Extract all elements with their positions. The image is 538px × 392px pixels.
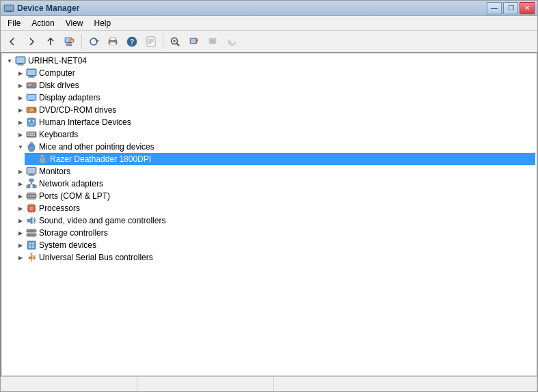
- svg-rect-73: [33, 185, 36, 188]
- svg-rect-1: [5, 5, 13, 10]
- toolbar: ?: [1, 31, 537, 53]
- monitors-icon: [26, 166, 37, 177]
- tree-row-dvd-drives[interactable]: ▶ DVD/CD-ROM drives: [14, 104, 535, 116]
- tree-toggle-network[interactable]: ▶: [15, 178, 26, 189]
- tree-item-razer: ▶: [25, 153, 535, 165]
- svg-rect-16: [147, 37, 155, 46]
- tree-toggle-monitors[interactable]: ▶: [15, 166, 26, 177]
- scan-button[interactable]: [166, 33, 184, 51]
- tree-row-monitors[interactable]: ▶ Monitors: [14, 165, 535, 178]
- svg-rect-68: [27, 168, 36, 173]
- tree-row-processors[interactable]: ▶: [14, 202, 535, 214]
- uninstall-button[interactable]: [204, 33, 222, 51]
- tree-row-usb[interactable]: ▶: [14, 251, 535, 264]
- tree-row-hid[interactable]: ▶ Human Interface Devices: [14, 116, 535, 128]
- tree-row-display-adapters[interactable]: ▶ Display adapters: [14, 92, 535, 104]
- tree-toggle-ports[interactable]: ▶: [15, 191, 26, 201]
- razer-icon: [37, 154, 48, 165]
- tree-row-disk-drives[interactable]: ▶ Disk: [14, 79, 535, 92]
- network-icon: [26, 178, 37, 189]
- svg-rect-41: [28, 84, 32, 85]
- tree-label-razer: Razer Deathadder 1800DPI: [50, 154, 151, 164]
- tree-item-ports: ▶: [14, 190, 535, 202]
- tree-label-display-adapters: Display adapters: [39, 93, 100, 102]
- refresh-button[interactable]: [85, 33, 103, 51]
- tree-label-ports: Ports (COM & LPT): [39, 191, 110, 201]
- tree-item-network: ▶: [14, 178, 535, 190]
- mice-icon: [26, 141, 37, 152]
- up-button[interactable]: [42, 33, 59, 51]
- tree-toggle-system[interactable]: ▶: [15, 240, 26, 251]
- svg-rect-54: [27, 132, 29, 134]
- window-title: Device Manager: [17, 3, 484, 13]
- tree-row-keyboards[interactable]: ▶: [14, 128, 535, 141]
- tree-item-mice: ▼ Mice and other pointing de: [14, 141, 535, 165]
- tree-item-hid: ▶ Human Interface Devices: [14, 116, 535, 128]
- device-tree-panel[interactable]: ▼ URIHRL-NET04: [1, 53, 537, 376]
- svg-rect-56: [31, 132, 33, 134]
- status-pane-1: [1, 377, 137, 391]
- tree-row-storage[interactable]: ▶ Storage controllers: [14, 227, 535, 239]
- menu-help[interactable]: Help: [89, 17, 117, 29]
- svg-point-80: [32, 195, 33, 197]
- tree-row-sound[interactable]: ▶ Sound, video and game controllers: [14, 214, 535, 227]
- print-button[interactable]: [104, 33, 122, 51]
- tree-toggle-disk-drives[interactable]: ▶: [15, 80, 26, 91]
- svg-rect-6: [66, 44, 72, 46]
- tree-item-keyboards: ▶: [14, 128, 535, 141]
- svg-rect-42: [28, 85, 31, 86]
- svg-point-102: [34, 234, 36, 236]
- tree-row-mice[interactable]: ▼ Mice and other pointing de: [14, 141, 535, 153]
- tree-children-mice: ▶: [14, 153, 535, 165]
- tree-item-root: ▼ URIHRL-NET04: [3, 55, 535, 264]
- menu-view[interactable]: View: [60, 17, 89, 29]
- tree-toggle-keyboards[interactable]: ▶: [15, 129, 26, 140]
- svg-rect-59: [29, 135, 33, 136]
- menu-file[interactable]: File: [2, 17, 26, 29]
- restore-button[interactable]: ❐: [503, 2, 518, 14]
- svg-rect-55: [29, 132, 31, 134]
- tree-toggle-mice[interactable]: ▼: [15, 141, 26, 152]
- tree-row-network[interactable]: ▶: [14, 178, 535, 190]
- tree-toggle-dvd-drives[interactable]: ▶: [15, 104, 26, 115]
- tree-toggle-usb[interactable]: ▶: [15, 252, 26, 263]
- show-hidden-button[interactable]: [61, 33, 79, 51]
- tree-toggle-sound[interactable]: ▶: [15, 215, 26, 226]
- svg-rect-37: [28, 77, 35, 78]
- rollback-button[interactable]: [224, 33, 241, 51]
- close-button[interactable]: ✕: [520, 2, 535, 14]
- tree-row-root[interactable]: ▼ URIHRL-NET04: [3, 55, 535, 67]
- menu-action[interactable]: Action: [26, 17, 59, 29]
- tree-toggle-hid[interactable]: ▶: [15, 117, 26, 128]
- minimize-button[interactable]: —: [487, 2, 502, 14]
- device-tree: ▼ URIHRL-NET04: [3, 55, 535, 264]
- properties-button[interactable]: [142, 33, 160, 51]
- help-button[interactable]: ?: [123, 33, 141, 51]
- forward-button[interactable]: [23, 33, 40, 51]
- tree-toggle-root[interactable]: ▼: [4, 55, 15, 66]
- svg-rect-2: [6, 11, 12, 12]
- svg-rect-70: [28, 176, 35, 176]
- svg-rect-12: [110, 42, 116, 45]
- svg-rect-32: [18, 64, 23, 65]
- back-button[interactable]: [3, 33, 21, 51]
- tree-item-processors: ▶: [14, 202, 535, 214]
- tree-row-ports[interactable]: ▶: [14, 190, 535, 202]
- sound-icon: [26, 215, 37, 226]
- tree-item-system: ▶ System devices: [14, 239, 535, 251]
- svg-rect-108: [29, 257, 31, 259]
- update-driver-button[interactable]: [185, 33, 203, 51]
- tree-label-dvd-drives: DVD/CD-ROM drives: [39, 105, 116, 115]
- tree-toggle-display-adapters[interactable]: ▶: [15, 92, 26, 103]
- tree-item-dvd-drives: ▶ DVD/CD-ROM drives: [14, 104, 535, 116]
- tree-toggle-processors[interactable]: ▶: [15, 203, 26, 214]
- tree-toggle-computer[interactable]: ▶: [15, 68, 26, 79]
- disk-drives-icon: [26, 80, 37, 91]
- svg-point-110: [33, 257, 36, 260]
- tree-row-razer[interactable]: ▶: [25, 153, 535, 165]
- tree-row-system[interactable]: ▶ System devices: [14, 239, 535, 251]
- menu-bar: File Action View Help: [1, 16, 537, 31]
- tree-toggle-storage[interactable]: ▶: [15, 227, 26, 238]
- tree-row-computer[interactable]: ▶ Computer: [14, 67, 535, 79]
- svg-rect-33: [17, 65, 24, 66]
